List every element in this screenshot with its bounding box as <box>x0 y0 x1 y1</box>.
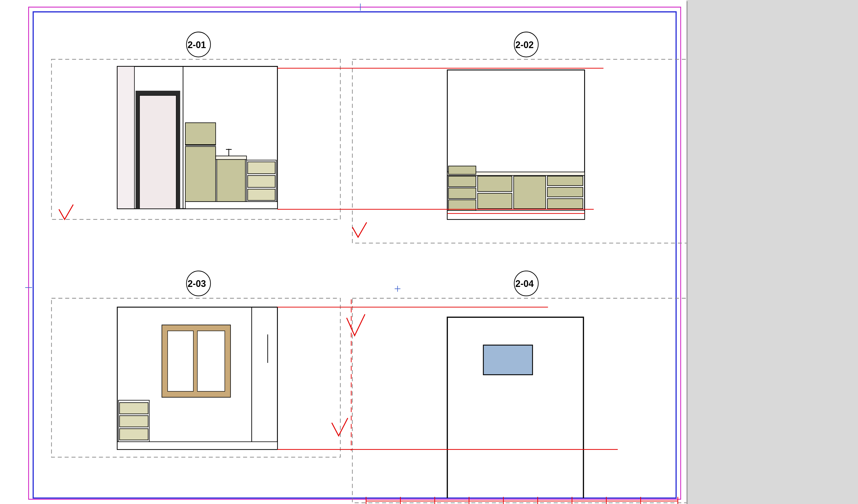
svg-rect-11 <box>248 176 275 187</box>
svg-rect-25 <box>197 331 225 391</box>
viewport-2-03[interactable] <box>51 298 340 457</box>
wall-outline-2-04 <box>447 317 583 498</box>
elevation-tag-label-2-02: 2-02 <box>515 39 534 50</box>
window-2-03 <box>162 325 231 397</box>
svg-rect-3 <box>140 95 176 209</box>
svg-rect-15 <box>448 188 476 199</box>
svg-rect-27 <box>120 403 148 414</box>
elevation-tag-2-03: 2-03 <box>187 271 210 296</box>
svg-rect-20 <box>547 187 583 197</box>
door-2-01 <box>136 91 180 209</box>
left-drawers-2-02 <box>448 176 476 210</box>
svg-rect-28 <box>120 416 148 427</box>
svg-rect-29 <box>120 429 148 440</box>
center-cross-icon <box>395 286 400 292</box>
elevation-tag-2-01: 2-01 <box>187 32 210 57</box>
drawer-stack-2-03 <box>118 400 149 442</box>
sink-cabinet-2-01 <box>216 149 247 201</box>
window-2-04 <box>483 345 533 375</box>
viewport-2-02[interactable] <box>352 59 686 243</box>
baseboard-2-02 <box>447 210 585 219</box>
drawing-canvas[interactable]: 2-01 <box>0 0 686 504</box>
viewport-2-04[interactable] <box>352 298 686 503</box>
elevation-tag-label-2-04: 2-04 <box>515 278 534 289</box>
elevation-tag-2-04: 2-04 <box>514 271 538 296</box>
svg-rect-14 <box>448 176 476 187</box>
tall-cabinet-2-01 <box>185 146 216 201</box>
elevation-tag-2-02: 2-02 <box>514 32 538 57</box>
svg-rect-12 <box>248 189 275 200</box>
viewport-dash-2-04 <box>352 298 686 503</box>
wall-return-2-01 <box>117 66 134 209</box>
elevation-tag-label-2-03: 2-03 <box>188 278 206 289</box>
drawer-stack-2-01 <box>247 160 276 201</box>
svg-rect-6 <box>216 156 247 160</box>
svg-rect-17 <box>478 176 512 192</box>
center-door-2-02 <box>514 176 546 209</box>
svg-rect-5 <box>217 159 245 201</box>
svg-rect-19 <box>547 176 583 185</box>
svg-rect-21 <box>547 199 583 209</box>
elevation-tag-label-2-01: 2-01 <box>188 39 206 50</box>
cad-viewport[interactable]: 2-01 <box>0 0 858 504</box>
svg-rect-16 <box>448 200 476 210</box>
svg-rect-10 <box>248 162 275 174</box>
right-drawers-2-02 <box>547 176 583 209</box>
baseboard-2-03 <box>117 442 277 450</box>
svg-rect-18 <box>478 193 512 209</box>
upper-cabinet-2-01 <box>185 123 216 145</box>
svg-rect-24 <box>168 331 193 391</box>
viewport-2-01[interactable] <box>51 59 340 220</box>
upper-small-2-02 <box>448 166 476 174</box>
baseboard-2-01 <box>185 201 277 209</box>
